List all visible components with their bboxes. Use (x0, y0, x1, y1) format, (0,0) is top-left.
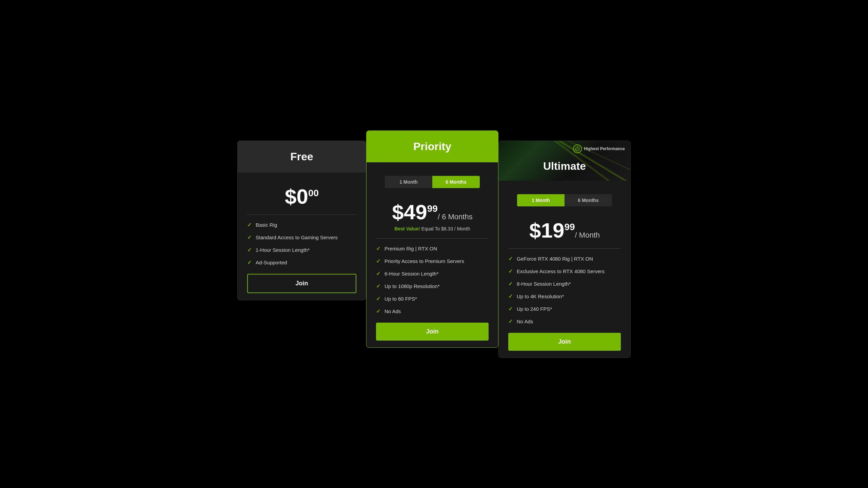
ultimate-feature-2: Exclusive Access to RTX 4080 Servers (517, 268, 605, 274)
priority-divider (376, 238, 489, 239)
ultimate-plan-title: Ultimate (506, 160, 624, 172)
list-item: ✓ Exclusive Access to RTX 4080 Servers (508, 268, 621, 274)
list-item: ✓ Up to 240 FPS* (508, 306, 621, 312)
best-value-label: Best Value! (394, 226, 420, 231)
ultimate-features-list: ✓ GeForce RTX 4080 Rig | RTX ON ✓ Exclus… (508, 256, 621, 325)
check-icon: ✓ (376, 308, 380, 314)
ultimate-price-cents: 99 (564, 222, 575, 232)
free-price: $000 (285, 185, 319, 208)
list-item: ✓ 8-Hour Session Length* (508, 281, 621, 287)
check-icon: ✓ (376, 258, 380, 264)
ultimate-price: $1999/ Month (529, 219, 600, 242)
ultimate-1month-button[interactable]: 1 Month (517, 194, 565, 206)
ultimate-price-dollar: $19 (529, 219, 564, 242)
free-feature-4: Ad-Supported (256, 260, 287, 265)
priority-feature-6: No Ads (384, 308, 401, 314)
check-icon: ✓ (376, 270, 380, 277)
check-icon: ✓ (508, 318, 513, 325)
free-feature-2: Standard Access to Gaming Servers (256, 235, 338, 240)
ultimate-divider (508, 248, 621, 249)
priority-feature-1: Premium Rig | RTX ON (384, 246, 437, 251)
list-item: ✓ No Ads (376, 308, 489, 314)
pricing-container: Free $000 ✓ Basic Rig ✓ Standard Access … (231, 117, 637, 371)
nvidia-circle-icon (575, 146, 580, 151)
list-item: ✓ 1-Hour Session Length* (247, 247, 356, 253)
priority-card-body: 1 Month 6 Months $4999/ 6 Months Best Va… (367, 162, 498, 347)
priority-price: $4999/ 6 Months (392, 200, 472, 224)
ultimate-header-wrap: Highest Performance Ultimate (499, 141, 630, 181)
check-icon: ✓ (376, 283, 380, 289)
free-plan-card: Free $000 ✓ Basic Rig ✓ Standard Access … (237, 141, 366, 300)
ultimate-join-button[interactable]: Join (508, 333, 621, 351)
list-item: ✓ Priority Access to Premium Servers (376, 258, 489, 264)
ultimate-price-period: / Month (575, 231, 600, 239)
priority-features-list: ✓ Premium Rig | RTX ON ✓ Priority Access… (376, 245, 489, 314)
free-plan-title: Free (244, 150, 359, 163)
list-item: ✓ Premium Rig | RTX ON (376, 245, 489, 252)
priority-feature-5: Up to 60 FPS* (384, 296, 417, 302)
priority-price-cents: 99 (427, 203, 438, 214)
priority-plan-title: Priority (373, 140, 491, 153)
list-item: ✓ Standard Access to Gaming Servers (247, 234, 356, 241)
svg-point-1 (577, 149, 578, 150)
priority-1month-button[interactable]: 1 Month (385, 176, 432, 188)
ultimate-toggle: 1 Month 6 Months (517, 194, 612, 206)
ultimate-6months-button[interactable]: 6 Months (565, 194, 612, 206)
check-icon: ✓ (247, 247, 252, 253)
free-feature-3: 1-Hour Session Length* (256, 247, 310, 253)
ultimate-feature-1: GeForce RTX 4080 Rig | RTX ON (517, 256, 593, 262)
list-item: ✓ Up to 4K Resolution* (508, 293, 621, 300)
priority-price-period: / 6 Months (438, 212, 473, 221)
check-icon: ✓ (508, 293, 513, 300)
ultimate-feature-3: 8-Hour Session Length* (517, 281, 571, 287)
priority-plan-card: Priority 1 Month 6 Months $4999/ 6 Month… (366, 130, 498, 348)
list-item: ✓ Up to 60 FPS* (376, 296, 489, 302)
priority-6months-button[interactable]: 6 Months (432, 176, 480, 188)
priority-card-header: Priority (367, 131, 498, 162)
highest-performance-badge: Highest Performance (499, 141, 630, 155)
free-feature-1: Basic Rig (256, 222, 277, 228)
ultimate-feature-4: Up to 4K Resolution* (517, 293, 564, 299)
priority-feature-3: 6-Hour Session Length* (384, 271, 438, 277)
free-join-button[interactable]: Join (247, 274, 356, 293)
svg-point-0 (575, 147, 579, 151)
priority-join-button[interactable]: Join (376, 323, 489, 341)
free-price-dollar: $0 (285, 185, 308, 208)
free-card-header: Free (238, 141, 366, 172)
free-price-cents: 00 (308, 188, 319, 198)
check-icon: ✓ (376, 296, 380, 302)
list-item: ✓ Basic Rig (247, 222, 356, 228)
ultimate-title-wrap: Ultimate (499, 155, 630, 181)
free-card-body: $000 ✓ Basic Rig ✓ Standard Access to Ga… (238, 172, 366, 300)
ultimate-feature-5: Up to 240 FPS* (517, 306, 552, 312)
list-item: ✓ Up to 1080p Resolution* (376, 283, 489, 289)
free-features-list: ✓ Basic Rig ✓ Standard Access to Gaming … (247, 222, 356, 266)
priority-toggle: 1 Month 6 Months (385, 176, 480, 188)
highest-performance-text: Highest Performance (584, 146, 625, 151)
nvidia-logo-icon (573, 144, 582, 153)
check-icon: ✓ (508, 268, 513, 274)
priority-feature-4: Up to 1080p Resolution* (384, 283, 440, 289)
priority-price-dollar: $49 (392, 200, 427, 224)
check-icon: ✓ (508, 306, 513, 312)
ultimate-price-section: $1999/ Month (508, 213, 621, 244)
check-icon: ✓ (247, 222, 252, 228)
ultimate-card-body: 1 Month 6 Months $1999/ Month ✓ GeForce … (499, 181, 630, 358)
list-item: ✓ GeForce RTX 4080 Rig | RTX ON (508, 256, 621, 262)
best-value-detail: Equal To $8.33 / Month (420, 226, 470, 231)
list-item: ✓ No Ads (508, 318, 621, 325)
list-item: ✓ Ad-Supported (247, 259, 356, 266)
priority-feature-2: Priority Access to Premium Servers (384, 258, 464, 264)
priority-best-value: Best Value! Equal To $8.33 / Month (376, 226, 489, 234)
list-item: ✓ 6-Hour Session Length* (376, 270, 489, 277)
priority-price-section: $4999/ 6 Months (376, 195, 489, 226)
free-price-section: $000 (247, 179, 356, 210)
check-icon: ✓ (247, 234, 252, 241)
ultimate-plan-card: Highest Performance Ultimate 1 Month 6 M… (498, 141, 631, 358)
check-icon: ✓ (247, 259, 252, 266)
check-icon: ✓ (376, 245, 380, 252)
free-divider (247, 215, 356, 215)
ultimate-feature-6: No Ads (517, 319, 533, 324)
check-icon: ✓ (508, 281, 513, 287)
check-icon: ✓ (508, 256, 513, 262)
